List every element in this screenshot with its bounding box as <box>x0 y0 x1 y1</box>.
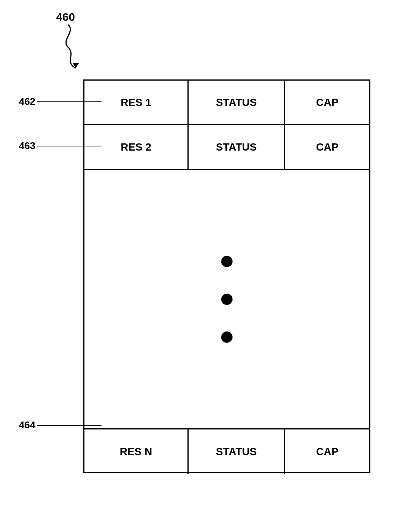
cell-cap1: CAP <box>285 81 369 124</box>
cell-capn: CAP <box>285 429 369 474</box>
dots-container <box>221 256 233 343</box>
cell-status2: STATUS <box>189 125 285 169</box>
label-464: 464 <box>19 419 35 431</box>
cell-resn: RES N <box>84 429 189 474</box>
dot-2 <box>221 294 233 305</box>
ref-463-group: 463 <box>19 140 101 152</box>
ref-462-group: 462 <box>19 96 101 107</box>
row-middle <box>84 170 369 429</box>
ref-464-group: 464 <box>19 419 101 431</box>
dot-3 <box>221 331 233 343</box>
main-table: RES 1 STATUS CAP RES 2 STATUS CAP RES N … <box>83 79 370 473</box>
label-463: 463 <box>19 140 35 152</box>
row-n: RES N STATUS CAP <box>84 429 369 474</box>
cell-cap2: CAP <box>285 125 369 169</box>
ref-line-463 <box>37 142 101 150</box>
dot-1 <box>221 256 233 267</box>
row-1: RES 1 STATUS CAP <box>84 81 369 125</box>
cell-statusn: STATUS <box>189 429 285 474</box>
arrow-460 <box>57 21 102 70</box>
ref-line-462 <box>37 98 101 106</box>
ref-line-464 <box>37 422 101 429</box>
label-462: 462 <box>19 96 35 107</box>
row-2: RES 2 STATUS CAP <box>84 125 369 170</box>
cell-status1: STATUS <box>189 81 285 124</box>
